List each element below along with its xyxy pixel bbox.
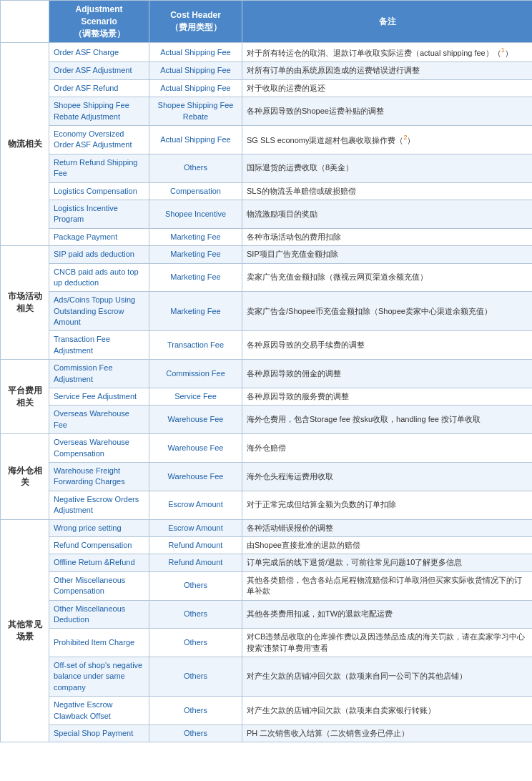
table-row: Offline Return &RefundRefund Amount订单完成后… [1, 554, 533, 571]
cost-cell: Commission Fee [149, 360, 242, 388]
scenario-cell: Logistics Incentive Program [49, 200, 149, 228]
scenario-cell: Package Payment [49, 228, 149, 245]
note-cell: PH 二次销售收入结算（二次销售业务已停止） [242, 725, 533, 742]
scenario-cell: Transaction Fee Adjustment [49, 331, 149, 360]
header-note: 备注 [242, 1, 533, 43]
scenario-cell: Warehouse Freight Forwarding Charges [49, 462, 149, 491]
note-cell: 对于收取的运费的返还 [242, 79, 533, 97]
cost-cell: Warehouse Fee [149, 462, 242, 491]
note-cell: 对所有订单的由系统原因造成的运费错误进行调整 [242, 62, 533, 79]
cost-cell: Actual Shipping Fee [149, 43, 242, 62]
note-cell: 各种原因导致的交易手续费的调整 [242, 331, 533, 360]
cost-cell: Warehouse Fee [149, 434, 242, 463]
cost-cell: Others [149, 629, 242, 657]
category-cell: 其他常见场景 [1, 519, 49, 742]
header-cost: Cost Header （费用类型） [149, 1, 242, 43]
scenario-cell: Ads/Coins Topup Using Outstanding Escrow… [49, 292, 149, 331]
note-cell: 对于正常完成但结算金额为负数的订单扣除 [242, 491, 533, 519]
category-cell: 市场活动相关 [1, 246, 49, 360]
table-row: CNCB paid ads auto top up deductionMarke… [1, 263, 533, 292]
cost-cell: Marketing Fee [149, 228, 242, 245]
cost-cell: Actual Shipping Fee [149, 79, 242, 97]
scenario-cell: Economy Oversized Order ASF Adjustment [49, 126, 149, 154]
note-cell: SG SLS economy渠道超村包裹收取操作费（2） [242, 126, 533, 154]
table-row: Negative Escrow Clawback OffsetOthers对产生… [1, 697, 533, 725]
cost-cell: Others [149, 571, 242, 600]
note-cell: 海外仓费用，包含Storage fee 按sku收取，handling fee … [242, 406, 533, 434]
table-row: Order ASF AdjustmentActual Shipping Fee对… [1, 62, 533, 79]
category-cell: 平台费用相关 [1, 360, 49, 434]
scenario-cell: Wrong price setting [49, 519, 149, 536]
cost-cell: Shopee Incentive [149, 200, 242, 228]
cost-cell: Service Fee [149, 388, 242, 406]
note-cell: 由Shopee直接批准的退款的赔偿 [242, 536, 533, 554]
cost-cell: Transaction Fee [149, 331, 242, 360]
scenario-cell: Off-set of shop's negative balance under… [49, 657, 149, 697]
table-row: Logistics CompensationCompensationSLS的物流… [1, 182, 533, 200]
cost-cell: Compensation [149, 182, 242, 200]
cost-cell: Others [149, 657, 242, 697]
category-cell: 海外仓相关 [1, 434, 49, 519]
scenario-cell: Shopee Shipping Fee Rebate Adjustment [49, 97, 149, 126]
header-category: 分类 [1, 1, 49, 43]
cost-cell: Shopee Shipping Fee Rebate [149, 97, 242, 126]
note-cell: 卖家广告充值金额扣除（微视云网页渠道余额充值） [242, 263, 533, 292]
note-cell: 各种市场活动包的费用扣除 [242, 228, 533, 245]
scenario-cell: Logistics Compensation [49, 182, 149, 200]
table-row: Order ASF RefundActual Shipping Fee对于收取的… [1, 79, 533, 97]
table-row: 市场活动相关SIP paid ads deductionMarketing Fe… [1, 246, 533, 263]
scenario-cell: Overseas Warehouse Fee [49, 406, 149, 434]
scenario-cell: Overseas Warehouse Compensation [49, 434, 149, 463]
cost-cell: Others [149, 697, 242, 725]
table-row: Negative Escrow Orders AdjustmentEscrow … [1, 491, 533, 519]
note-cell: 对CB违禁品收取的仓库操作费以及因违禁品造成的海关罚款，请在卖家学习中心搜索'违… [242, 629, 533, 657]
scenario-cell: Commission Fee Adjustment [49, 360, 149, 388]
note-cell: SIP项目广告充值金额扣除 [242, 246, 533, 263]
table-row: Return Refund Shipping FeeOthers国际退货的运费收… [1, 154, 533, 182]
table-row: Refund CompensationRefund Amount由Shopee直… [1, 536, 533, 554]
main-table: 分类 Adjustment Scenario （调整场景） Cost Heade… [0, 0, 532, 742]
table-row: Prohibited Item ChargeOthers对CB违禁品收取的仓库操… [1, 629, 533, 657]
table-row: 平台费用相关Commission Fee AdjustmentCommissio… [1, 360, 533, 388]
table-row: Warehouse Freight Forwarding ChargesWare… [1, 462, 533, 491]
note-cell: 各种原因导致的服务费的调整 [242, 388, 533, 406]
note-cell: 物流激励项目的奖励 [242, 200, 533, 228]
cost-cell: Marketing Fee [149, 263, 242, 292]
table-row: 海外仓相关Overseas Warehouse CompensationWare… [1, 434, 533, 463]
cost-cell: Refund Amount [149, 554, 242, 571]
cost-cell: Warehouse Fee [149, 406, 242, 434]
scenario-cell: Prohibited Item Charge [49, 629, 149, 657]
note-cell: 海外仓头程海运费用收取 [242, 462, 533, 491]
category-cell: 物流相关 [1, 43, 49, 246]
scenario-cell: SIP paid ads deduction [49, 246, 149, 263]
table-row: Overseas Warehouse FeeWarehouse Fee海外仓费用… [1, 406, 533, 434]
cost-cell: Actual Shipping Fee [149, 126, 242, 154]
note-cell: 海外仓赔偿 [242, 434, 533, 463]
note-cell: 卖家广告金/Shopee币充值金额扣除（Shopee卖家中心渠道余额充值） [242, 292, 533, 331]
note-cell: 国际退货的运费收取（8美金） [242, 154, 533, 182]
cost-cell: Refund Amount [149, 536, 242, 554]
scenario-cell: Special Shop Payment [49, 725, 149, 742]
table-row: 其他常见场景Wrong price settingEscrow Amount各种… [1, 519, 533, 536]
scenario-cell: Order ASF Adjustment [49, 62, 149, 79]
table-row: Shopee Shipping Fee Rebate AdjustmentSho… [1, 97, 533, 126]
table-row: Ads/Coins Topup Using Outstanding Escrow… [1, 292, 533, 331]
scenario-cell: Other Miscellaneous Compensation [49, 571, 149, 600]
table-row: Other Miscellaneous CompensationOthers其他… [1, 571, 533, 600]
scenario-cell: Other Miscellaneous Deduction [49, 600, 149, 629]
table-row: Special Shop PaymentOthersPH 二次销售收入结算（二次… [1, 725, 533, 742]
cost-cell: Actual Shipping Fee [149, 62, 242, 79]
note-cell: 订单完成后的线下退货/退款，可前往常见问题10了解更多信息 [242, 554, 533, 571]
header-scenario: Adjustment Scenario （调整场景） [49, 1, 149, 43]
scenario-cell: Negative Escrow Orders Adjustment [49, 491, 149, 519]
table-row: Service Fee AdjustmentService Fee各种原因导致的… [1, 388, 533, 406]
note-cell: SLS的物流丢单赔偿或破损赔偿 [242, 182, 533, 200]
note-cell: 各种活动错误报价的调整 [242, 519, 533, 536]
cost-cell: Escrow Amount [149, 519, 242, 536]
table-row: 物流相关Order ASF ChargeActual Shipping Fee对… [1, 43, 533, 62]
note-cell: 其他各类赔偿，包含各站点尾程物流赔偿和订单取消但买家实际收货情况下的订单补款 [242, 571, 533, 600]
table-row: Off-set of shop's negative balance under… [1, 657, 533, 697]
note-cell: 对于所有转运仓的取消、退款订单收取实际运费（actual shipping fe… [242, 43, 533, 62]
table-row: Package PaymentMarketing Fee各种市场活动包的费用扣除 [1, 228, 533, 245]
table-row: Transaction Fee AdjustmentTransaction Fe… [1, 331, 533, 360]
